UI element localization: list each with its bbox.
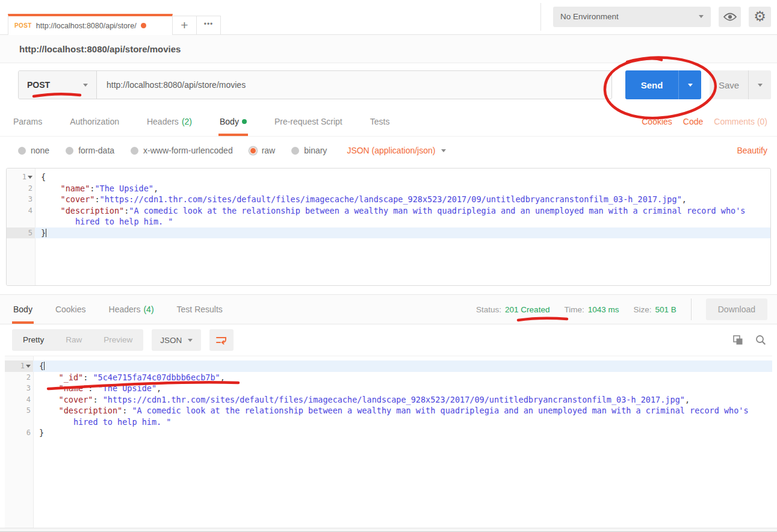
request-tab[interactable]: POST http://localhost:8080/api/store/	[8, 14, 173, 35]
code-line[interactable]: 2 "name":"The Upside",	[7, 183, 770, 194]
code-text: "cover": "https://cdn1.thr.com/sites/def…	[33, 394, 772, 406]
code-text: {	[33, 360, 772, 372]
line-number-gutter: 3	[5, 383, 33, 394]
radio-icon	[131, 147, 138, 155]
comments-link[interactable]: Comments (0)	[714, 117, 767, 126]
fold-caret-icon[interactable]	[26, 365, 31, 368]
code-line[interactable]: 4 "description":"A comedic look at the r…	[7, 205, 770, 227]
line-number-gutter: 4	[7, 205, 35, 227]
content-type-select[interactable]: JSON (application/json)	[347, 146, 446, 155]
tab-title: http://localhost:8080/api/store/	[36, 22, 137, 30]
code-line[interactable]: 2 "_id": "5c4e715fa74c07dbbb6ecb7b",	[5, 372, 772, 383]
code-text: }	[35, 227, 770, 239]
copy-button[interactable]	[733, 335, 743, 345]
code-text: "description":"A comedic look at the rel…	[35, 205, 770, 227]
code-line[interactable]: 6}	[5, 427, 772, 439]
request-body-editor[interactable]: 1{2 "name":"The Upside",3 "cover":"https…	[6, 168, 771, 286]
code-line[interactable]: 3 "cover":"https://cdn1.thr.com/sites/de…	[7, 194, 770, 205]
request-builder-row: POST Send Save	[0, 63, 777, 107]
code-text: "name":"The Upside",	[35, 183, 770, 194]
save-button[interactable]: Save	[710, 70, 748, 99]
response-tab-cookies[interactable]: Cookies	[54, 295, 87, 324]
send-button[interactable]: Send	[625, 70, 678, 99]
response-tab-headers[interactable]: Headers (4)	[108, 295, 155, 324]
radio-icon	[18, 147, 26, 155]
code-link[interactable]: Code	[683, 117, 703, 126]
chevron-down-icon	[699, 15, 704, 18]
new-tab-button[interactable]: +	[172, 16, 197, 34]
line-number-gutter: 3	[7, 194, 35, 205]
search-icon	[755, 335, 766, 345]
radio-icon	[66, 147, 73, 155]
gear-icon: ⚙	[754, 10, 766, 23]
body-type-row: none form-data x-www-form-urlencoded raw…	[0, 137, 777, 164]
line-number-gutter: 1	[7, 172, 35, 183]
download-button[interactable]: Download	[706, 298, 767, 320]
radio-binary[interactable]: binary	[291, 146, 327, 155]
method-select-label: POST	[27, 80, 50, 90]
radio-raw[interactable]: raw	[249, 146, 276, 155]
code-line[interactable]: 1{	[5, 360, 772, 372]
body-set-dot-icon	[242, 119, 247, 124]
code-line[interactable]: 1{	[7, 172, 770, 183]
more-tabs-button[interactable]: •••	[196, 16, 221, 34]
response-headers-count: (4)	[143, 305, 153, 314]
cookies-link[interactable]: Cookies	[642, 117, 672, 126]
code-line[interactable]: 4 "cover": "https://cdn1.thr.com/sites/d…	[5, 394, 772, 406]
code-text: }	[33, 427, 772, 439]
radio-none[interactable]: none	[18, 146, 49, 155]
word-wrap-icon	[215, 335, 228, 345]
breadcrumb-url: http://localhost:8080/api/store/movies	[19, 44, 181, 54]
line-number-gutter: 2	[5, 372, 33, 383]
code-line[interactable]: 3 "name": "The Upside",	[5, 383, 772, 394]
code-line[interactable]: 5}	[7, 227, 770, 239]
chevron-down-icon	[688, 84, 693, 87]
view-mode-pretty[interactable]: Pretty	[12, 329, 55, 351]
url-input[interactable]	[97, 71, 611, 99]
tab-params[interactable]: Params	[12, 107, 43, 136]
line-number-gutter: 4	[5, 394, 33, 406]
divider	[691, 298, 692, 320]
fold-caret-icon[interactable]	[28, 176, 33, 179]
environment-select[interactable]: No Environment	[553, 7, 711, 27]
view-mode-raw[interactable]: Raw	[55, 329, 93, 351]
headers-count: (2)	[182, 117, 192, 126]
response-format-select[interactable]: JSON	[152, 329, 201, 351]
tab-body[interactable]: Body	[218, 107, 248, 136]
save-options-button[interactable]	[748, 70, 771, 99]
unsaved-changes-dot-icon	[141, 23, 146, 28]
status-badge: Status: 201 Created	[476, 305, 549, 314]
url-group: POST	[18, 70, 612, 99]
radio-x-www-form-urlencoded[interactable]: x-www-form-urlencoded	[131, 146, 233, 155]
tab-authorization[interactable]: Authorization	[69, 107, 120, 136]
tab-tests[interactable]: Tests	[369, 107, 391, 136]
eye-icon	[723, 13, 737, 21]
status-value: 201 Created	[505, 305, 549, 314]
response-tab-test-results[interactable]: Test Results	[176, 295, 224, 324]
view-mode-preview[interactable]: Preview	[93, 329, 143, 351]
divider	[540, 3, 541, 31]
settings-button[interactable]: ⚙	[749, 7, 771, 27]
environment-quick-look-button[interactable]	[719, 7, 741, 27]
time-value: 1043 ms	[588, 305, 619, 314]
wrap-lines-button[interactable]	[209, 329, 234, 351]
response-tab-body[interactable]: Body	[12, 295, 34, 324]
response-toolbar: Pretty Raw Preview JSON	[0, 324, 777, 356]
tab-method-badge: POST	[14, 22, 32, 29]
method-select[interactable]: POST	[19, 71, 97, 99]
tab-headers[interactable]: Headers (2)	[146, 107, 193, 136]
beautify-link[interactable]: Beautify	[737, 146, 767, 155]
environment-select-label: No Environment	[560, 12, 619, 21]
radio-form-data[interactable]: form-data	[66, 146, 114, 155]
chevron-down-icon	[441, 149, 446, 152]
tab-pre-request-script[interactable]: Pre-request Script	[273, 107, 344, 136]
send-options-button[interactable]	[678, 70, 701, 99]
response-body-editor[interactable]: 1{2 "_id": "5c4e715fa74c07dbbb6ecb7b",3 …	[5, 356, 772, 528]
code-line[interactable]: 5 "description": "A comedic look at the …	[5, 405, 772, 427]
chevron-down-icon	[758, 84, 763, 87]
code-text: "description": "A comedic look at the re…	[33, 405, 772, 427]
send-button-group: Send	[625, 70, 701, 99]
line-number-gutter: 5	[7, 227, 35, 239]
search-button[interactable]	[755, 335, 766, 345]
code-text: "name": "The Upside",	[33, 383, 772, 394]
